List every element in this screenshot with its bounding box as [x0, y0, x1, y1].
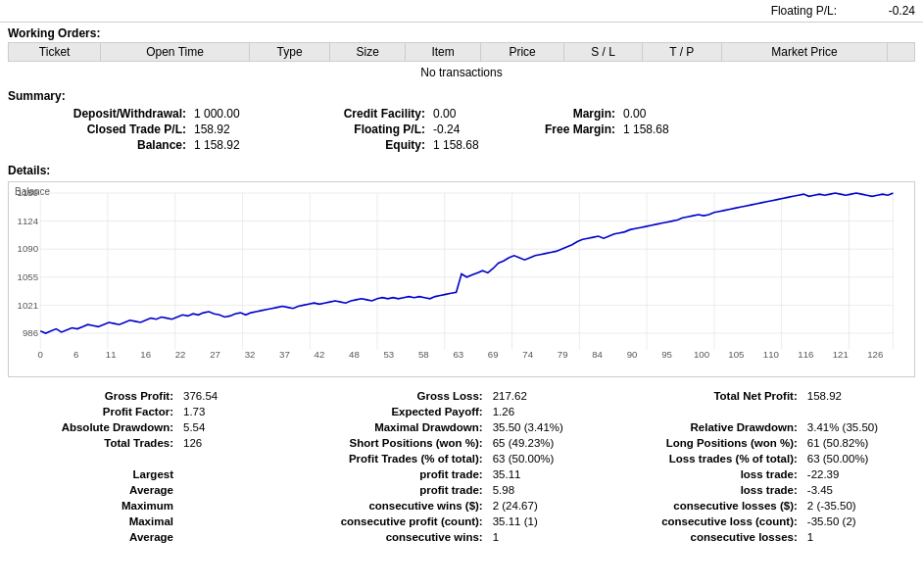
svg-text:84: 84: [592, 349, 603, 360]
col-open-time: Open Time: [101, 43, 250, 62]
svg-text:6: 6: [73, 349, 78, 360]
free-margin-value: 1 158.68: [617, 122, 913, 136]
maximal-consec-profit-value: 35.11 (1): [489, 514, 599, 528]
abs-drawdown-label: Absolute Drawdown:: [10, 420, 177, 434]
orders-table: Ticket Open Time Type Size Item Price S …: [8, 42, 915, 62]
svg-text:42: 42: [315, 349, 325, 360]
svg-text:1159: 1159: [18, 187, 38, 198]
abs-drawdown-value: 5.54: [179, 420, 275, 434]
svg-text:105: 105: [728, 349, 745, 360]
working-orders-title: Working Orders:: [8, 26, 915, 40]
svg-text:27: 27: [210, 349, 220, 360]
floating-pl-sum-label: Floating P/L:: [278, 122, 425, 136]
svg-text:95: 95: [661, 349, 672, 360]
svg-text:32: 32: [245, 349, 256, 360]
col-type: Type: [249, 43, 329, 62]
loss-trades-value: 63 (50.00%): [803, 452, 913, 466]
svg-text:79: 79: [558, 349, 568, 360]
svg-text:116: 116: [798, 349, 813, 360]
col-price: Price: [480, 43, 563, 62]
col-sl: S / L: [564, 43, 643, 62]
stats-section: Gross Profit: 376.54 Gross Loss: 217.62 …: [0, 385, 923, 548]
svg-text:1124: 1124: [18, 216, 39, 226]
svg-text:11: 11: [106, 349, 117, 360]
avg-consec-losses-label: consecutive losses:: [601, 530, 802, 544]
balance-value: 1 158.92: [188, 138, 276, 152]
svg-text:53: 53: [383, 349, 394, 360]
details-title: Details:: [8, 164, 915, 177]
svg-text:0: 0: [38, 349, 44, 360]
total-net-profit-value: 158.92: [803, 389, 913, 403]
maximal-consec-loss-value: -35.50 (2): [803, 514, 913, 528]
col-ticket: Ticket: [9, 43, 101, 62]
largest-profit-label: profit trade:: [277, 467, 487, 481]
svg-text:986: 986: [23, 327, 38, 338]
margin-label: Margin:: [517, 107, 615, 121]
loss-trades-label: Loss trades (% of total):: [601, 452, 802, 466]
svg-text:1021: 1021: [18, 300, 38, 311]
expected-payoff-value: 1.26: [489, 405, 599, 418]
max-consec-wins-value: 2 (24.67): [489, 499, 599, 513]
rel-drawdown-label: Relative Drawdown:: [601, 420, 802, 434]
max-consec-losses-value: 2 (-35.50): [803, 499, 913, 513]
svg-text:63: 63: [453, 349, 463, 360]
balance-chart: 1159 1124 1090 1055 1021 986 0 6 11 16 2…: [9, 182, 914, 376]
equity-label: Equity:: [278, 138, 425, 152]
svg-text:100: 100: [694, 349, 710, 360]
working-orders-section: Working Orders: Ticket Open Time Type Si…: [0, 23, 923, 83]
profit-trades-value: 63 (50.00%): [489, 452, 599, 466]
summary-title: Summary:: [8, 89, 915, 103]
avg-loss-value: -3.45: [803, 483, 913, 497]
svg-text:1055: 1055: [18, 271, 39, 282]
stats-main-table: Gross Profit: 376.54 Gross Loss: 217.62 …: [8, 387, 915, 546]
expected-payoff-label: Expected Payoff:: [277, 405, 487, 418]
svg-text:48: 48: [349, 349, 360, 360]
long-pos-label: Long Positions (won %):: [601, 436, 802, 450]
svg-text:90: 90: [627, 349, 638, 360]
average-row-label: Average: [10, 483, 177, 497]
balance-label: Balance:: [10, 138, 186, 152]
max-drawdown-value: 35.50 (3.41%): [489, 420, 599, 434]
svg-text:126: 126: [867, 349, 883, 360]
equity-value: 1 158.68: [427, 138, 515, 152]
details-section: Details: Balance 115: [0, 160, 923, 385]
max-consec-wins-label: consecutive wins ($):: [277, 499, 487, 513]
max-drawdown-label: Maximal Drawdown:: [277, 420, 487, 434]
closed-pl-label: Closed Trade P/L:: [10, 122, 186, 136]
average2-row-label: Average: [10, 530, 177, 544]
svg-text:69: 69: [488, 349, 499, 360]
credit-value: 0.00: [427, 107, 515, 121]
gross-profit-label: Gross Profit:: [10, 389, 177, 403]
avg-consec-wins-label: consecutive wins:: [277, 530, 487, 544]
gross-profit-value: 376.54: [179, 389, 275, 403]
maximal-consec-loss-label: consecutive loss (count):: [601, 514, 802, 528]
col-empty: [888, 43, 915, 62]
svg-text:110: 110: [763, 349, 780, 360]
total-trades-label: Total Trades:: [10, 436, 177, 450]
profit-factor-value: 1.73: [179, 405, 275, 418]
avg-loss-label: loss trade:: [601, 483, 802, 497]
svg-text:37: 37: [279, 349, 290, 360]
avg-profit-label: profit trade:: [277, 483, 487, 497]
svg-text:74: 74: [522, 349, 533, 360]
svg-text:58: 58: [418, 349, 429, 360]
col-market-price: Market Price: [721, 43, 888, 62]
largest-loss-label: loss trade:: [601, 467, 802, 481]
col-item: Item: [406, 43, 481, 62]
total-net-profit-label: Total Net Profit:: [601, 389, 802, 403]
avg-profit-value: 5.98: [489, 483, 599, 497]
svg-text:1090: 1090: [18, 243, 39, 254]
deposit-label: Deposit/Withdrawal:: [10, 107, 186, 121]
no-transactions: No transactions: [8, 62, 915, 83]
free-margin-label: Free Margin:: [517, 122, 615, 136]
profit-trades-label: Profit Trades (% of total):: [277, 452, 487, 466]
avg-consec-losses-value: 1: [803, 530, 913, 544]
short-pos-value: 65 (49.23%): [489, 436, 599, 450]
svg-text:22: 22: [175, 349, 186, 360]
floating-pl-sum-value: -0.24: [427, 122, 515, 136]
svg-text:16: 16: [140, 349, 151, 360]
gross-loss-label: Gross Loss:: [277, 389, 487, 403]
avg-consec-wins-value: 1: [489, 530, 599, 544]
profit-factor-label: Profit Factor:: [10, 405, 177, 418]
deposit-value: 1 000.00: [188, 107, 276, 121]
